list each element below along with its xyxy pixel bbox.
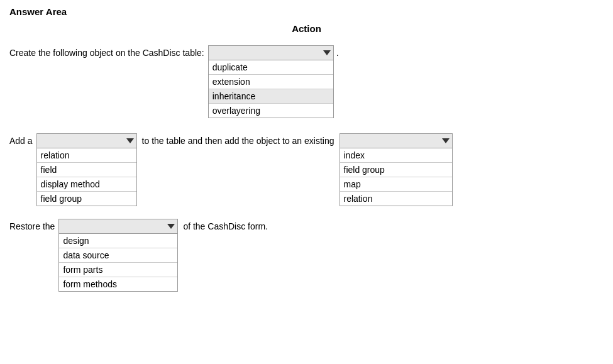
row2-dropdown-left-header[interactable] — [36, 133, 137, 148]
row1-dropdown[interactable]: duplicate extension inheritance overlaye… — [208, 45, 334, 118]
list-item[interactable]: field — [37, 163, 136, 177]
list-item[interactable]: field group — [37, 192, 136, 206]
row1-period: . — [336, 45, 339, 58]
row2-dropdown-right[interactable]: index field group map relation — [340, 133, 453, 206]
list-item[interactable]: inheritance — [209, 89, 333, 104]
row3-dropdown-list: design data source form parts form metho… — [58, 234, 178, 292]
row1-dropdown-arrow-icon — [323, 50, 331, 55]
row2-dropdown-right-header[interactable] — [340, 133, 453, 148]
list-item[interactable]: relation — [37, 148, 136, 163]
row3: Restore the design data source form part… — [9, 219, 604, 292]
action-title: Action — [9, 23, 604, 34]
row2-dropdown-left-arrow-icon — [126, 138, 134, 143]
list-item[interactable]: design — [59, 234, 177, 248]
row1: Create the following object on the CashD… — [9, 45, 604, 118]
row2: Add a relation field display method fiel… — [9, 133, 604, 206]
row2-dropdown-right-arrow-icon — [442, 138, 450, 143]
list-item[interactable]: data source — [59, 248, 177, 263]
list-item[interactable]: field group — [340, 163, 452, 177]
row3-dropdown-header[interactable] — [58, 219, 178, 234]
row1-dropdown-header[interactable] — [208, 45, 334, 60]
row2-dropdown-left[interactable]: relation field display method field grou… — [36, 133, 137, 206]
row2-dropdown-left-list: relation field display method field grou… — [36, 148, 137, 206]
answer-area-title: Answer Area — [9, 6, 604, 17]
row3-label-end: of the CashDisc form. — [183, 219, 268, 231]
row2-dropdown-right-list: index field group map relation — [340, 148, 453, 206]
list-item[interactable]: duplicate — [209, 60, 333, 75]
list-item[interactable]: map — [340, 177, 452, 192]
list-item[interactable]: index — [340, 148, 452, 163]
list-item[interactable]: form methods — [59, 277, 177, 291]
list-item[interactable]: extension — [209, 75, 333, 89]
row3-label-start: Restore the — [9, 219, 55, 231]
row3-dropdown-arrow-icon — [167, 224, 175, 229]
row2-label-middle: to the table and then add the object to … — [142, 133, 334, 146]
list-item[interactable]: overlayering — [209, 104, 333, 118]
row1-label: Create the following object on the CashD… — [9, 45, 204, 58]
row2-label-start: Add a — [9, 133, 33, 146]
list-item[interactable]: display method — [37, 177, 136, 192]
row1-dropdown-list: duplicate extension inheritance overlaye… — [208, 60, 334, 118]
list-item[interactable]: form parts — [59, 263, 177, 277]
list-item[interactable]: relation — [340, 192, 452, 206]
row3-dropdown[interactable]: design data source form parts form metho… — [58, 219, 178, 292]
